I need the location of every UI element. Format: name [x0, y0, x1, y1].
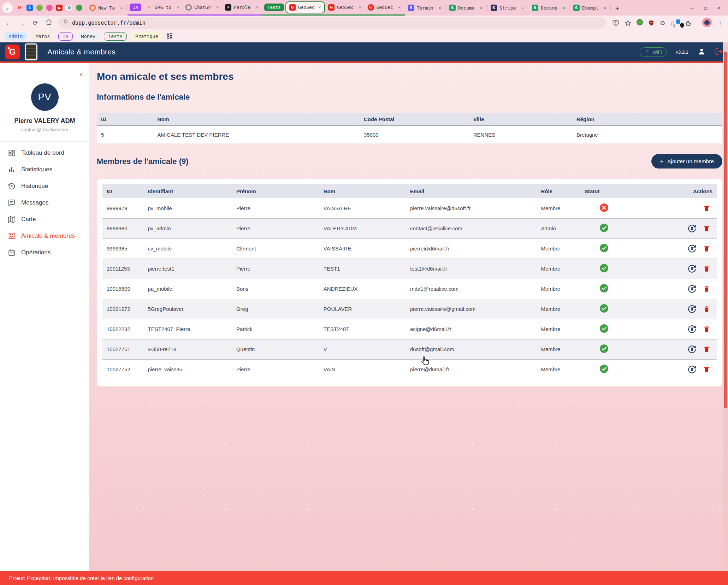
- sidebar-item-historique[interactable]: Historique: [0, 178, 89, 194]
- impersonate-icon[interactable]: [687, 365, 697, 374]
- close-tab-icon[interactable]: ✕: [480, 6, 483, 10]
- close-tab-icon[interactable]: ✕: [439, 6, 441, 10]
- scrollbar[interactable]: [723, 42, 728, 585]
- close-tab-icon[interactable]: ✕: [120, 6, 123, 10]
- close-tab-icon[interactable]: ✕: [563, 6, 565, 10]
- minimize-icon[interactable]: —: [691, 5, 694, 11]
- browser-tab-perple[interactable]: ✳Perple✕: [222, 1, 261, 13]
- gmail-favicon[interactable]: M: [17, 5, 23, 11]
- home-badge-icon[interactable]: ⌂1: [671, 19, 674, 26]
- browser-tab-exempl[interactable]: SExempl✕: [570, 2, 610, 14]
- maximize-icon[interactable]: ▢: [704, 5, 707, 11]
- impersonate-icon[interactable]: [687, 264, 697, 273]
- install-icon[interactable]: [612, 19, 619, 26]
- profile-avatar-icon[interactable]: [702, 18, 712, 29]
- add-member-button[interactable]: + Ajouter un membre: [651, 154, 722, 169]
- close-tab-icon[interactable]: ✕: [256, 5, 258, 10]
- delete-icon[interactable]: [703, 345, 710, 353]
- impersonate-icon[interactable]: [687, 224, 697, 233]
- browser-tab-docume[interactable]: SDocume✕: [446, 2, 486, 14]
- browser-tab-geosec[interactable]: GGeoSec✕: [365, 1, 404, 13]
- bookmark-tests[interactable]: Tests: [104, 32, 127, 41]
- browser-tab-stripe[interactable]: SStripe✕: [487, 2, 527, 14]
- butterfly-favicon[interactable]: [46, 5, 53, 11]
- url-bar[interactable]: dapp.geosector.fr/admin: [58, 17, 606, 29]
- close-tab-icon[interactable]: ✕: [521, 6, 524, 10]
- back-icon[interactable]: ←: [5, 19, 12, 27]
- star-icon[interactable]: [625, 20, 631, 26]
- sidebar-item-amicale-membres[interactable]: Amicale & membres: [0, 228, 89, 244]
- member-role: Membre: [537, 198, 580, 218]
- member-identifiant: pv_admin: [144, 218, 232, 238]
- close-tab-icon[interactable]: ✕: [359, 5, 361, 10]
- forward-icon[interactable]: →: [18, 19, 25, 27]
- sidebar-item-statistiques[interactable]: Statistiques: [0, 161, 89, 178]
- scrollbar-thumb[interactable]: [724, 52, 727, 408]
- calendar-favicon[interactable]: 1: [26, 5, 33, 11]
- browser-tab-docume[interactable]: SDocume✕: [529, 2, 568, 14]
- delete-icon[interactable]: [703, 365, 710, 373]
- impersonate-icon[interactable]: [687, 244, 697, 253]
- ext-green-icon[interactable]: [637, 19, 643, 27]
- bookmark-ia[interactable]: IA: [58, 32, 72, 41]
- sidebar-collapse-button[interactable]: ‹: [80, 71, 82, 78]
- youtube-favicon[interactable]: ▶: [56, 5, 63, 11]
- grid-apps-icon[interactable]: [167, 33, 172, 40]
- delete-icon[interactable]: [703, 305, 710, 313]
- close-tab-icon[interactable]: ✕: [177, 5, 179, 10]
- tab-label: Termin: [417, 5, 436, 11]
- delete-icon[interactable]: [703, 244, 710, 253]
- shield-icon[interactable]: [648, 19, 655, 26]
- member-email: pierre@d6mail.fr: [406, 359, 537, 379]
- bookmark-money[interactable]: Money: [77, 32, 100, 41]
- close-tab-icon[interactable]: ✕: [398, 5, 401, 10]
- status-ok-icon: [599, 364, 609, 373]
- sidebar-item-op-rations[interactable]: Opérations: [0, 244, 89, 261]
- close-icon[interactable]: ✕: [717, 5, 720, 11]
- bookmark-pratique[interactable]: Pratique: [131, 32, 162, 41]
- logout-icon[interactable]: [715, 47, 723, 57]
- browser-tab-new-ta[interactable]: New Ta✕: [86, 2, 126, 14]
- impersonate-icon[interactable]: [687, 305, 697, 314]
- delete-icon[interactable]: [703, 204, 710, 212]
- user-icon[interactable]: [698, 47, 706, 57]
- sidebar-item-tableau-de-bord[interactable]: Tableau de bord: [0, 144, 89, 161]
- close-tab-icon[interactable]: ✕: [604, 6, 606, 10]
- tab-group-label[interactable]: Tests: [264, 4, 284, 11]
- window-controls: — ▢ ✕: [691, 5, 724, 11]
- tab-group-ia: IA✳SVG to✕ChatGP✕✳Perple✕: [128, 0, 262, 16]
- reload-icon[interactable]: ⟳: [32, 19, 39, 27]
- puzzle-icon[interactable]: [685, 20, 692, 26]
- browser-tab-geosec[interactable]: GGeoSec✕: [325, 1, 365, 13]
- green-badge-favicon[interactable]: [76, 5, 82, 11]
- close-tab-icon[interactable]: ✕: [216, 5, 219, 10]
- bookmark-matos[interactable]: Matos: [31, 32, 54, 41]
- home-icon[interactable]: [45, 19, 52, 27]
- browser-tab-svg-to[interactable]: ✳SVG to✕: [143, 1, 182, 13]
- recycle-icon[interactable]: ♻: [660, 19, 665, 27]
- delete-icon[interactable]: [703, 285, 710, 293]
- impersonate-icon[interactable]: [687, 325, 697, 334]
- impersonate-icon[interactable]: [687, 284, 697, 294]
- delete-icon[interactable]: [703, 224, 710, 232]
- sidebar-item-label: Messages: [21, 199, 48, 206]
- sidebar-item-messages[interactable]: Messages: [0, 194, 89, 211]
- delete-icon[interactable]: [703, 265, 710, 273]
- impersonate-icon[interactable]: [687, 345, 697, 354]
- tab-group-label[interactable]: IA: [130, 4, 141, 11]
- browser-tab-termin[interactable]: STermin✕: [405, 2, 444, 14]
- kebab-icon[interactable]: ⋮: [717, 19, 723, 27]
- close-tab-icon[interactable]: ✕: [319, 5, 321, 10]
- site-settings-icon[interactable]: [63, 19, 69, 26]
- bookmark-admin[interactable]: Admin: [4, 32, 27, 41]
- new-tab-button[interactable]: +: [612, 3, 622, 13]
- sidebar-item-carte[interactable]: Carte: [0, 211, 89, 228]
- green-app-favicon[interactable]: [36, 5, 43, 11]
- browser-tab-geosec[interactable]: GGeoSec✕: [285, 1, 325, 13]
- qgis-favicon[interactable]: Q: [66, 5, 72, 11]
- tab-search-button[interactable]: ⌄: [2, 2, 13, 13]
- members-col-header: Rôle: [537, 184, 580, 198]
- browser-tab-chatgp[interactable]: ChatGP✕: [182, 1, 222, 13]
- sidebar-item-label: Tableau de bord: [21, 149, 64, 156]
- delete-icon[interactable]: [703, 325, 710, 333]
